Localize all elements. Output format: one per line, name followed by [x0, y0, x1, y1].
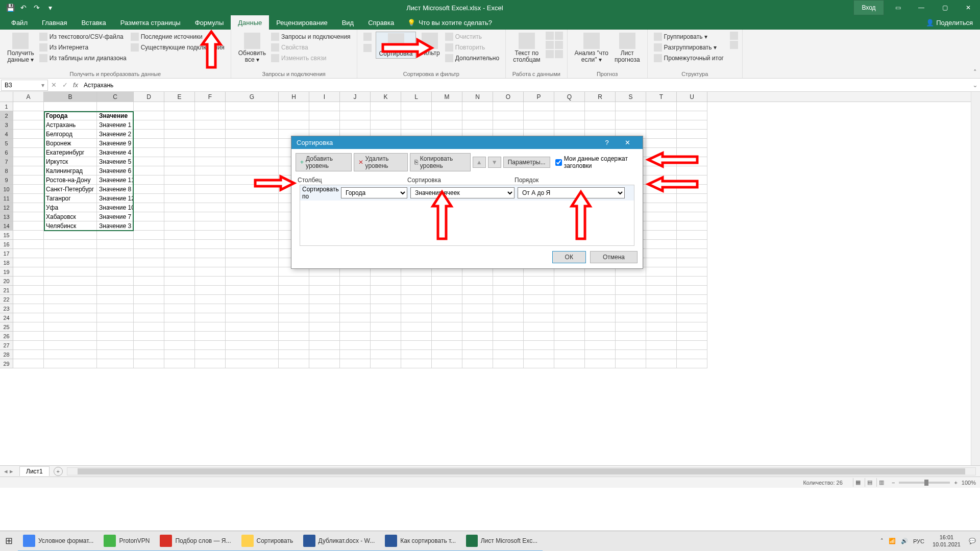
dialog-help-icon[interactable]: ? [597, 139, 617, 146]
cell-R29[interactable] [585, 359, 616, 368]
column-header-F[interactable]: F [195, 92, 226, 102]
fx-icon[interactable]: fx [70, 81, 81, 89]
ungroup-button[interactable]: Разгруппировать ▾ [652, 42, 726, 53]
cell-C9[interactable]: Значение 11 [97, 176, 134, 185]
row-header-19[interactable]: 19 [0, 267, 13, 277]
cell-U20[interactable] [677, 277, 707, 286]
cell-E4[interactable] [164, 130, 195, 139]
tab-review[interactable]: Рецензирование [269, 15, 334, 30]
cell-L2[interactable] [401, 111, 432, 120]
tab-view[interactable]: Вид [335, 15, 361, 30]
cell-I1[interactable] [309, 102, 340, 111]
cell-U27[interactable] [677, 341, 707, 350]
cell-G15[interactable] [226, 231, 279, 240]
cell-E20[interactable] [164, 277, 195, 286]
cell-F18[interactable] [195, 258, 226, 267]
row-header-24[interactable]: 24 [0, 313, 13, 322]
from-csv-button[interactable]: Из текстового/CSV-файла [37, 32, 129, 42]
row-header-4[interactable]: 4 [0, 130, 13, 139]
cell-P26[interactable] [524, 332, 554, 341]
cell-O28[interactable] [493, 350, 524, 359]
cell-B9[interactable]: Ростов-на-Дону [44, 176, 97, 185]
cell-H2[interactable] [279, 111, 309, 120]
cell-N29[interactable] [462, 359, 493, 368]
cell-R22[interactable] [585, 295, 616, 304]
cell-Q27[interactable] [554, 341, 585, 350]
cell-H26[interactable] [279, 332, 309, 341]
start-button[interactable]: ⊞ [0, 531, 18, 552]
cell-N28[interactable] [462, 350, 493, 359]
column-header-E[interactable]: E [164, 92, 195, 102]
cell-I21[interactable] [309, 286, 340, 295]
cell-D3[interactable] [134, 120, 164, 130]
cell-F1[interactable] [195, 102, 226, 111]
cell-A8[interactable] [13, 166, 44, 176]
cell-T19[interactable] [646, 267, 677, 277]
cell-F19[interactable] [195, 267, 226, 277]
cell-B1[interactable] [44, 102, 97, 111]
save-icon[interactable]: 💾 [4, 2, 16, 14]
cell-G16[interactable] [226, 240, 279, 249]
cell-G18[interactable] [226, 258, 279, 267]
cell-B17[interactable] [44, 249, 97, 258]
cell-P20[interactable] [524, 277, 554, 286]
cell-T4[interactable] [646, 130, 677, 139]
cell-U19[interactable] [677, 267, 707, 277]
cell-T28[interactable] [646, 350, 677, 359]
cell-S20[interactable] [616, 277, 646, 286]
cell-A21[interactable] [13, 286, 44, 295]
cell-D11[interactable] [134, 194, 164, 203]
cell-Q20[interactable] [554, 277, 585, 286]
taskbar-item[interactable]: ProtonVPN [99, 531, 155, 552]
column-header-N[interactable]: N [462, 92, 493, 102]
column-header-T[interactable]: T [646, 92, 677, 102]
get-data-button[interactable]: Получить данные ▾ [4, 32, 37, 64]
subtotal-button[interactable]: Промежуточный итог [652, 53, 726, 64]
cell-E2[interactable] [164, 111, 195, 120]
cell-J21[interactable] [340, 286, 371, 295]
cell-U7[interactable] [677, 157, 707, 166]
cell-D8[interactable] [134, 166, 164, 176]
cell-J25[interactable] [340, 322, 371, 332]
zoom-out-icon[interactable]: − [892, 480, 895, 486]
cell-U21[interactable] [677, 286, 707, 295]
cell-G28[interactable] [226, 350, 279, 359]
cell-B28[interactable] [44, 350, 97, 359]
cell-U9[interactable] [677, 176, 707, 185]
tray-up-icon[interactable]: ˄ [880, 538, 884, 544]
cell-F11[interactable] [195, 194, 226, 203]
cell-T7[interactable] [646, 157, 677, 166]
cell-D10[interactable] [134, 185, 164, 194]
cell-T21[interactable] [646, 286, 677, 295]
cell-O24[interactable] [493, 313, 524, 322]
tab-home[interactable]: Главная [35, 15, 74, 30]
cell-G12[interactable] [226, 203, 279, 212]
cell-D7[interactable] [134, 157, 164, 166]
copy-level-button[interactable]: ⎘Копировать уровень [410, 153, 471, 171]
cell-R23[interactable] [585, 304, 616, 313]
cell-S3[interactable] [616, 120, 646, 130]
cell-D23[interactable] [134, 304, 164, 313]
cell-C6[interactable]: Значение 4 [97, 148, 134, 157]
cell-B16[interactable] [44, 240, 97, 249]
cell-E28[interactable] [164, 350, 195, 359]
cell-B11[interactable]: Таганрог [44, 194, 97, 203]
cell-P25[interactable] [524, 322, 554, 332]
cell-C12[interactable]: Значение 10 [97, 203, 134, 212]
cell-B23[interactable] [44, 304, 97, 313]
close-icon[interactable]: ✕ [957, 0, 980, 15]
cell-D28[interactable] [134, 350, 164, 359]
normal-view-icon[interactable]: ▦ [853, 478, 863, 487]
cell-D5[interactable] [134, 139, 164, 148]
cell-H27[interactable] [279, 341, 309, 350]
cell-A16[interactable] [13, 240, 44, 249]
text-to-cols-button[interactable]: Текст по столбцам [510, 32, 543, 64]
data-model-icon[interactable] [555, 50, 563, 58]
cell-S21[interactable] [616, 286, 646, 295]
cell-M23[interactable] [432, 304, 462, 313]
cell-J23[interactable] [340, 304, 371, 313]
group-button[interactable]: Группировать ▾ [652, 32, 726, 42]
refresh-all-button[interactable]: Обновить все ▾ [235, 32, 269, 64]
cell-C21[interactable] [97, 286, 134, 295]
cell-U2[interactable] [677, 111, 707, 120]
